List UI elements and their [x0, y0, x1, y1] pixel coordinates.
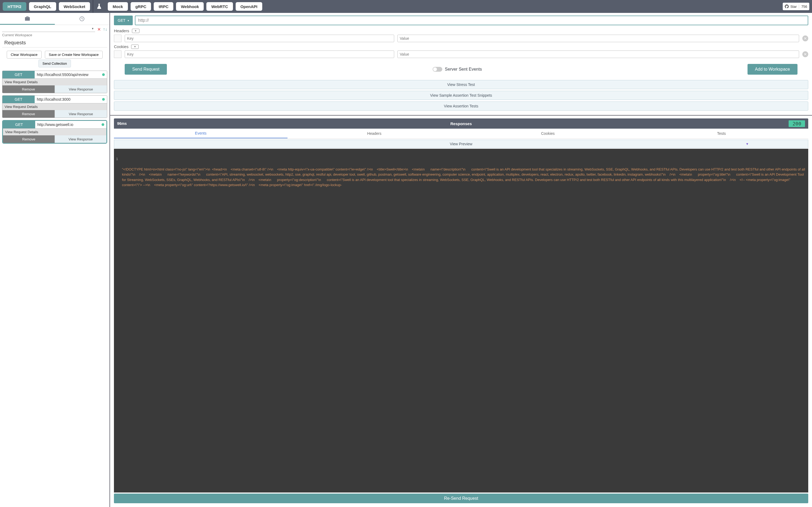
status-dot-icon [102, 98, 105, 101]
top-toolbar: HTTP/2 GraphQL WebSocket Mock gRPC tRPC … [0, 0, 812, 13]
tab-webrtc[interactable]: WebRTC [206, 2, 233, 11]
workspace-selector: ▼ ✕ ↑↓ [0, 25, 109, 33]
view-preview-button[interactable]: View Preview ▼ [114, 139, 808, 148]
cookie-key-input[interactable] [125, 51, 394, 58]
url-input[interactable] [135, 15, 808, 25]
chevron-down-icon: ▼ [746, 142, 749, 146]
status-dot-icon [102, 73, 105, 76]
cookie-value-input[interactable] [397, 51, 799, 58]
caret-down-icon: ▼ [91, 27, 94, 30]
divider [93, 0, 93, 13]
response-body[interactable]: 1 "<!DOCTYPE html>\n<html class=\"no-js\… [114, 149, 808, 493]
workspace-tab[interactable] [0, 13, 55, 25]
github-star-button[interactable]: Star 756 [783, 3, 809, 10]
workspace-dropdown[interactable]: ▼ [2, 26, 95, 32]
save-workspace-button[interactable]: Save or Create New Workspace [45, 51, 103, 59]
view-response-button[interactable]: View Response [55, 86, 107, 93]
clock-icon [80, 16, 84, 21]
tab-headers[interactable]: Headers [288, 129, 461, 138]
response-body-text: "<!DOCTYPE html>\n<html class=\"no-js\" … [117, 167, 806, 188]
method-dropdown[interactable]: GET [114, 15, 133, 25]
remove-button[interactable]: Remove [2, 110, 55, 118]
tab-mock[interactable]: Mock [108, 2, 128, 11]
add-to-workspace-button[interactable]: Add to Workspace [748, 64, 798, 75]
response-panel: 96ms Responses 200 Events Headers Cookie… [110, 116, 812, 507]
tab-tests[interactable]: Tests [635, 129, 808, 138]
request-url[interactable]: http://www.getswell.io [35, 121, 106, 128]
assertion-tests-expander[interactable]: View Assertion Tests [114, 102, 808, 111]
briefcase-icon [25, 16, 30, 21]
tab-websocket[interactable]: WebSocket [59, 2, 90, 11]
response-status-badge: 200 [789, 120, 805, 127]
remove-button[interactable]: Remove [2, 86, 55, 93]
remove-button[interactable]: Remove [3, 135, 55, 143]
send-collection-button[interactable]: Send Collection [39, 60, 71, 67]
delete-cookie-icon[interactable]: ✕ [802, 51, 808, 57]
response-header-bar: 96ms Responses 200 [114, 118, 808, 129]
tab-webhook[interactable]: Webhook [176, 2, 204, 11]
beaker-icon [96, 4, 102, 9]
header-value-input[interactable] [397, 35, 799, 42]
send-request-button[interactable]: Send Request [125, 64, 167, 75]
response-tabs: Events Headers Cookies Tests [114, 129, 808, 138]
requests-heading: Requests [2, 39, 107, 48]
sse-toggle[interactable] [433, 67, 442, 72]
line-number: 1 [116, 156, 118, 162]
workspace-sort-icon[interactable]: ↑↓ [103, 27, 107, 32]
request-url[interactable]: http://localhost:5500/api/review [35, 71, 107, 78]
protocol-tabs-right: Mock gRPC tRPC Webhook WebRTC OpenAPI [108, 2, 262, 11]
request-method: GET [2, 71, 35, 78]
cookies-label: Cookies [114, 44, 129, 49]
github-icon [785, 5, 789, 8]
request-method: GET [2, 96, 35, 103]
add-cookie-button[interactable]: + [131, 45, 139, 49]
request-card: GET http://localhost:5500/api/review Vie… [2, 71, 107, 93]
view-details-button[interactable]: View Request Details [3, 128, 106, 135]
header-key-input[interactable] [125, 35, 394, 42]
tab-trpc[interactable]: tRPC [154, 2, 173, 11]
view-details-button[interactable]: View Request Details [2, 78, 107, 86]
sidebar-tabs [0, 13, 109, 25]
request-card: GET http://localhost:3000 View Request D… [2, 95, 107, 118]
headers-section: Headers + ✕ [114, 29, 808, 42]
add-header-button[interactable]: + [132, 29, 140, 33]
request-composer: GET Headers + ✕ Cookies + [110, 13, 812, 116]
protocol-tabs-left: HTTP/2 GraphQL WebSocket [3, 2, 90, 11]
response-time: 96ms [117, 121, 127, 126]
response-title: Responses [450, 121, 472, 126]
content-area: GET Headers + ✕ Cookies + [110, 13, 812, 507]
tab-http2[interactable]: HTTP/2 [3, 2, 26, 11]
star-label: Star [790, 5, 797, 9]
workspace-clear-icon[interactable]: ✕ [97, 27, 101, 32]
tab-cookies[interactable]: Cookies [461, 129, 635, 138]
clear-workspace-button[interactable]: Clear Workspace [7, 51, 41, 59]
delete-header-icon[interactable]: ✕ [802, 36, 808, 41]
stress-test-expander[interactable]: View Stress Test [114, 80, 808, 89]
resend-request-button[interactable]: Re-Send Request [114, 494, 808, 503]
sse-label: Server Sent Events [445, 67, 482, 72]
tab-graphql[interactable]: GraphQL [29, 2, 56, 11]
cookies-section: Cookies + ✕ [114, 44, 808, 58]
header-enable-checkbox[interactable] [114, 35, 121, 42]
headers-label: Headers [114, 29, 129, 33]
star-count: 756 [799, 5, 807, 9]
tab-grpc[interactable]: gRPC [131, 2, 151, 11]
status-dot-icon [102, 123, 104, 126]
assertion-snippets-expander[interactable]: View Sample Assertion Test Snippets [114, 91, 808, 100]
request-url[interactable]: http://localhost:3000 [35, 96, 107, 103]
request-card-selected: GET http://www.getswell.io View Request … [2, 120, 107, 144]
tab-openapi[interactable]: OpenAPI [236, 2, 262, 11]
cookie-enable-checkbox[interactable] [114, 51, 121, 58]
request-list: GET http://localhost:5500/api/review Vie… [0, 68, 109, 146]
request-method: GET [3, 121, 35, 128]
tab-events[interactable]: Events [114, 129, 288, 138]
history-tab[interactable] [55, 13, 110, 25]
current-workspace-label: Current Workspace [0, 33, 109, 39]
view-response-button[interactable]: View Response [55, 110, 107, 118]
view-response-button[interactable]: View Response [55, 135, 106, 143]
sidebar: ▼ ✕ ↑↓ Current Workspace Requests Clear … [0, 13, 110, 507]
view-details-button[interactable]: View Request Details [2, 103, 107, 110]
